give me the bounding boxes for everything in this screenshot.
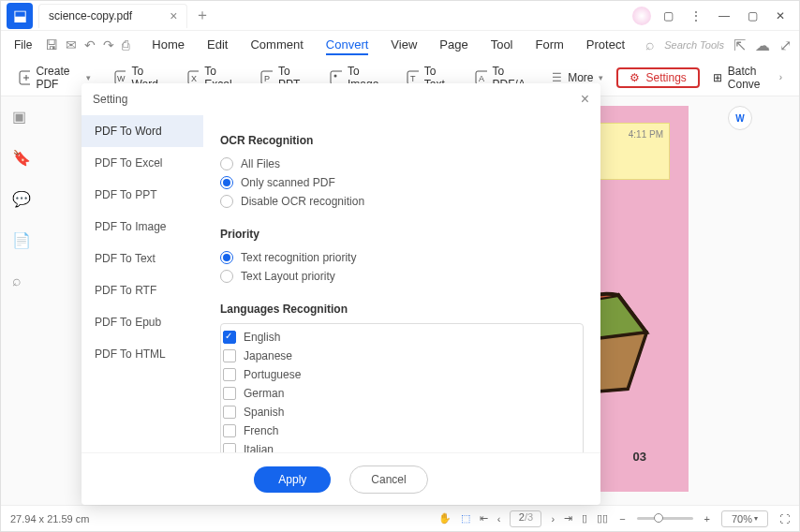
tab-protect[interactable]: Protect — [586, 36, 625, 55]
apply-button[interactable]: Apply — [254, 466, 331, 493]
dialog-close-button[interactable]: × — [581, 91, 589, 108]
sidebar-item-pdf-to-word[interactable]: PDF To Word — [81, 115, 203, 147]
svg-text:A: A — [479, 74, 484, 83]
kebab-icon[interactable]: ⋮ — [685, 5, 707, 27]
hand-tool-icon[interactable]: ✋ — [438, 512, 452, 525]
dialog-title: Setting — [93, 93, 127, 106]
zoom-in-icon[interactable]: + — [704, 513, 710, 525]
radio-only-scanned[interactable]: Only scanned PDF — [220, 173, 584, 192]
user-avatar[interactable] — [632, 7, 651, 25]
lang-spanish[interactable]: Spanish — [223, 403, 581, 421]
lang-italian[interactable]: Italian — [223, 440, 581, 452]
sidebar-item-pdf-to-epub[interactable]: PDF To Epub — [81, 306, 203, 338]
dialog-footer: Apply Cancel — [81, 452, 600, 505]
select-tool-icon[interactable]: ⬚ — [461, 512, 470, 525]
chevron-down-icon: ▾ — [599, 73, 603, 82]
sidebar-item-pdf-to-text[interactable]: PDF To Text — [81, 243, 203, 274]
bookmark-icon[interactable]: 🔖 — [12, 149, 31, 168]
svg-text:T: T — [410, 74, 416, 83]
lang-french[interactable]: French — [223, 421, 581, 440]
undo-icon[interactable]: ↶ — [84, 37, 96, 52]
tab-edit[interactable]: Edit — [207, 36, 228, 55]
single-page-icon[interactable]: ▯ — [582, 512, 587, 525]
pager: ✋ ⬚ ⇤ ‹ 2/3 › ⇥ ▯ ▯▯ — [438, 510, 608, 527]
attachment-icon[interactable]: 📄 — [12, 231, 31, 250]
zoom-value[interactable]: 70% ▾ — [721, 510, 768, 527]
svg-text:W: W — [117, 74, 126, 83]
tab-page[interactable]: Page — [439, 36, 467, 55]
titlebar: ⬓ science-copy.pdf × ＋ ▢ ⋮ — ▢ ✕ — [1, 1, 799, 31]
gear-icon: ⚙ — [630, 71, 640, 84]
search-rail-icon[interactable]: ⌕ — [12, 273, 31, 291]
word-badge[interactable]: W — [728, 106, 752, 130]
statusbar: 27.94 x 21.59 cm ✋ ⬚ ⇤ ‹ 2/3 › ⇥ ▯ ▯▯ − … — [1, 505, 799, 531]
thumbnail-icon[interactable]: ▣ — [12, 108, 31, 126]
save-icon[interactable]: 🖫 — [45, 37, 58, 52]
svg-rect-7 — [331, 71, 342, 84]
close-button[interactable]: ✕ — [769, 5, 792, 27]
tab-title: science-copy.pdf — [49, 9, 132, 22]
sidebar-item-pdf-to-html[interactable]: PDF To HTML — [81, 338, 203, 370]
page-input[interactable]: 2/3 — [510, 510, 541, 527]
dialog-content: OCR Recognition All Files Only scanned P… — [203, 115, 600, 452]
tab-home[interactable]: Home — [152, 36, 185, 55]
tab-view[interactable]: View — [391, 36, 417, 55]
hamburger-icon: ☰ — [552, 71, 562, 84]
settings-button[interactable]: ⚙ Settings — [616, 67, 699, 88]
lang-portuguese[interactable]: Portuguese — [223, 365, 581, 384]
search-tools-input[interactable]: Search Tools — [664, 39, 724, 51]
sidebar-item-pdf-to-excel[interactable]: PDF To Excel — [81, 147, 203, 179]
redo-icon[interactable]: ↷ — [103, 37, 114, 52]
maximize-button[interactable]: ▢ — [741, 5, 763, 27]
sidebar-item-pdf-to-rtf[interactable]: PDF To RTF — [81, 274, 203, 306]
zoom-handle[interactable] — [654, 513, 663, 523]
file-menu[interactable]: File — [8, 37, 37, 53]
menubar: File 🖫 ✉ ↶ ↷ ⎙ Home Edit Comment Convert… — [1, 31, 799, 59]
language-list[interactable]: English Japanese Portuguese German Spani… — [220, 323, 584, 452]
main-tabs: Home Edit Comment Convert View Page Tool… — [152, 36, 625, 55]
first-page-icon[interactable]: ⇤ — [480, 512, 488, 525]
radio-text-layout[interactable]: Text Layout priority — [220, 267, 584, 286]
plus-icon — [18, 69, 30, 86]
new-tab-button[interactable]: ＋ — [195, 6, 210, 25]
tab-form[interactable]: Form — [536, 36, 564, 55]
next-page-icon[interactable]: › — [551, 513, 555, 525]
radio-all-files[interactable]: All Files — [220, 155, 584, 173]
radio-disable-ocr[interactable]: Disable OCR recognition — [220, 192, 584, 211]
app-square-icon[interactable]: ▢ — [657, 5, 679, 27]
batch-icon: ⊞ — [713, 71, 722, 84]
two-page-icon[interactable]: ▯▯ — [597, 512, 608, 525]
dialog-sidebar: PDF To Word PDF To Excel PDF To PPT PDF … — [81, 115, 203, 452]
tab-convert[interactable]: Convert — [326, 36, 369, 55]
page-number: 03 — [633, 450, 646, 464]
expand-icon[interactable]: ⤢ — [779, 37, 792, 54]
lang-german[interactable]: German — [223, 384, 581, 403]
document-tab[interactable]: science-copy.pdf × — [38, 4, 187, 28]
comment-icon[interactable]: 💬 — [12, 190, 31, 209]
tab-tool[interactable]: Tool — [491, 36, 513, 55]
sidebar-item-pdf-to-image[interactable]: PDF To Image — [81, 211, 203, 243]
minimize-button[interactable]: — — [713, 5, 735, 27]
zoom-slider[interactable] — [637, 517, 693, 520]
cloud-icon[interactable]: ☁ — [755, 37, 770, 54]
cancel-button[interactable]: Cancel — [349, 466, 427, 494]
lang-english[interactable]: English — [223, 328, 581, 347]
sidebar-item-pdf-to-ppt[interactable]: PDF To PPT — [81, 179, 203, 211]
svg-point-8 — [334, 74, 337, 77]
zoom-out-icon[interactable]: − — [619, 513, 625, 525]
fit-page-icon[interactable]: ⛶ — [779, 513, 790, 525]
ocr-section-title: OCR Recognition — [220, 134, 584, 147]
share-icon[interactable]: ⇱ — [733, 37, 746, 54]
print-icon[interactable]: ⎙ — [122, 37, 129, 52]
batch-convert-button[interactable]: ⊞ Batch Conve › — [704, 61, 792, 95]
last-page-icon[interactable]: ⇥ — [564, 512, 572, 525]
chevron-down-icon: ▾ — [86, 73, 91, 82]
lang-japanese[interactable]: Japanese — [223, 347, 581, 365]
priority-section-title: Priority — [220, 228, 584, 241]
mail-icon[interactable]: ✉ — [66, 37, 77, 52]
prev-page-icon[interactable]: ‹ — [497, 513, 501, 525]
svg-text:P: P — [264, 74, 270, 83]
radio-text-recognition[interactable]: Text recognition priority — [220, 248, 584, 267]
tab-comment[interactable]: Comment — [250, 36, 303, 55]
close-tab-icon[interactable]: × — [170, 8, 177, 23]
